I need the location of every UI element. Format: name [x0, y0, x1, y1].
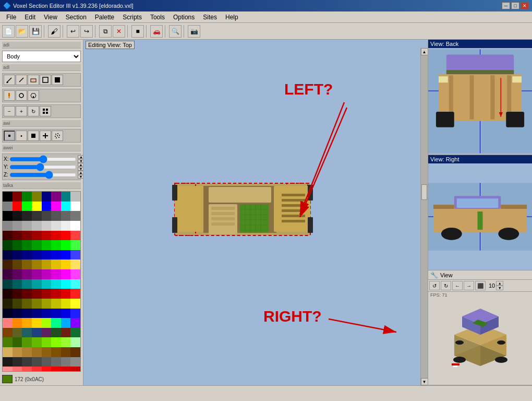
color-cell-121[interactable]: [13, 337, 22, 347]
color-cell-13[interactable]: [51, 202, 61, 211]
color-cell-114[interactable]: [22, 328, 32, 338]
menu-help[interactable]: Help: [221, 13, 243, 22]
color-cell-84[interactable]: [42, 289, 52, 299]
color-cell-139[interactable]: [32, 357, 42, 367]
color-cell-133[interactable]: [51, 347, 61, 357]
color-cell-15[interactable]: [70, 202, 80, 211]
color-cell-140[interactable]: [42, 357, 52, 367]
color-cell-61[interactable]: [51, 260, 61, 269]
color-cell-43[interactable]: [32, 240, 42, 250]
color-cell-104[interactable]: [3, 318, 13, 328]
color-cell-14[interactable]: [61, 202, 71, 211]
color-cell-47[interactable]: [70, 240, 80, 250]
color-cell-5[interactable]: [51, 192, 61, 202]
toolbar-copy[interactable]: ⧉: [99, 25, 112, 38]
color-cell-141[interactable]: [51, 357, 61, 367]
toolbar-delete[interactable]: ✕: [113, 25, 125, 38]
color-cell-41[interactable]: [13, 240, 22, 250]
color-cell-12[interactable]: [42, 202, 52, 211]
color-cell-55[interactable]: [70, 250, 80, 260]
color-cell-68[interactable]: [42, 269, 52, 279]
color-cell-30[interactable]: [61, 221, 71, 231]
color-cell-65[interactable]: [13, 269, 22, 279]
scroll-thumb[interactable]: [421, 184, 427, 200]
color-cell-17[interactable]: [13, 211, 22, 221]
color-cell-67[interactable]: [32, 269, 42, 279]
color-cell-53[interactable]: [51, 250, 61, 260]
tool-size-dot[interactable]: •: [16, 131, 27, 141]
color-cell-105[interactable]: [13, 318, 22, 328]
color-cell-111[interactable]: [70, 318, 80, 328]
color-cell-11[interactable]: [32, 202, 42, 211]
x-up-btn[interactable]: ▲: [78, 155, 83, 159]
menu-view[interactable]: View: [40, 13, 62, 22]
color-cell-115[interactable]: [32, 328, 42, 338]
color-cell-72[interactable]: [3, 279, 13, 289]
color-cell-126[interactable]: [61, 337, 71, 347]
color-cell-51[interactable]: [32, 250, 42, 260]
menu-scripts[interactable]: Scripts: [118, 13, 146, 22]
color-cell-49[interactable]: [13, 250, 22, 260]
color-cell-79[interactable]: [70, 279, 80, 289]
maximize-button[interactable]: □: [511, 2, 519, 9]
color-cell-16[interactable]: [3, 211, 13, 221]
color-cell-0[interactable]: [3, 192, 13, 202]
toolbar-undo[interactable]: ↩: [67, 25, 79, 38]
color-cell-33[interactable]: [13, 231, 22, 241]
color-cell-48[interactable]: [3, 250, 13, 260]
color-cell-142[interactable]: [61, 357, 71, 367]
color-cell-19[interactable]: [32, 211, 42, 221]
color-cell-107[interactable]: [32, 318, 42, 328]
tool-circle[interactable]: [16, 90, 27, 101]
color-cell-76[interactable]: [42, 279, 52, 289]
tool-rect-fill[interactable]: [52, 75, 63, 85]
color-cell-59[interactable]: [32, 260, 42, 269]
color-cell-9[interactable]: [13, 202, 22, 211]
scroll-track[interactable]: [421, 55, 428, 378]
y-down-btn[interactable]: ▼: [78, 167, 83, 171]
color-cell-26[interactable]: [22, 221, 32, 231]
color-cell-31[interactable]: [70, 221, 80, 231]
color-cell-8[interactable]: [3, 202, 13, 211]
menu-options[interactable]: Options: [169, 13, 199, 22]
menu-file[interactable]: File: [2, 13, 20, 22]
menu-edit[interactable]: Edit: [20, 13, 40, 22]
color-cell-124[interactable]: [42, 337, 52, 347]
color-cell-7[interactable]: [70, 192, 80, 202]
color-cell-81[interactable]: [13, 289, 22, 299]
color-cell-4[interactable]: [42, 192, 52, 202]
toolbar-paint[interactable]: 🖌: [48, 25, 61, 38]
tool-rect-outline[interactable]: [40, 75, 51, 85]
tool-bucket[interactable]: [28, 90, 39, 101]
color-cell-119[interactable]: [70, 328, 80, 338]
3d-left-btn[interactable]: ←: [452, 281, 463, 290]
color-cell-87[interactable]: [70, 289, 80, 299]
minimize-button[interactable]: ─: [502, 2, 510, 9]
color-cell-135[interactable]: [70, 347, 80, 357]
color-cell-86[interactable]: [61, 289, 71, 299]
tool-eraser[interactable]: [28, 75, 39, 85]
color-cell-37[interactable]: [51, 231, 61, 241]
tool-spray[interactable]: [52, 131, 63, 141]
tool-pencil[interactable]: [4, 75, 15, 85]
color-cell-39[interactable]: [70, 231, 80, 241]
color-cell-150[interactable]: [61, 367, 71, 372]
color-cell-127[interactable]: [70, 337, 80, 347]
color-cell-44[interactable]: [42, 240, 52, 250]
z-slider[interactable]: [9, 171, 77, 179]
toolbar-fill[interactable]: ■: [131, 25, 144, 38]
tool-plus[interactable]: +: [16, 106, 27, 116]
color-cell-24[interactable]: [3, 221, 13, 231]
color-cell-78[interactable]: [61, 279, 71, 289]
color-cell-95[interactable]: [70, 299, 80, 309]
color-cell-92[interactable]: [42, 299, 52, 309]
color-cell-75[interactable]: [32, 279, 42, 289]
color-cell-45[interactable]: [51, 240, 61, 250]
color-cell-89[interactable]: [13, 299, 22, 309]
color-cell-1[interactable]: [13, 192, 22, 202]
color-cell-112[interactable]: [3, 328, 13, 338]
color-cell-90[interactable]: [22, 299, 32, 309]
x-down-btn[interactable]: ▼: [78, 159, 83, 163]
tool-size-2[interactable]: [28, 131, 39, 141]
color-cell-122[interactable]: [22, 337, 32, 347]
